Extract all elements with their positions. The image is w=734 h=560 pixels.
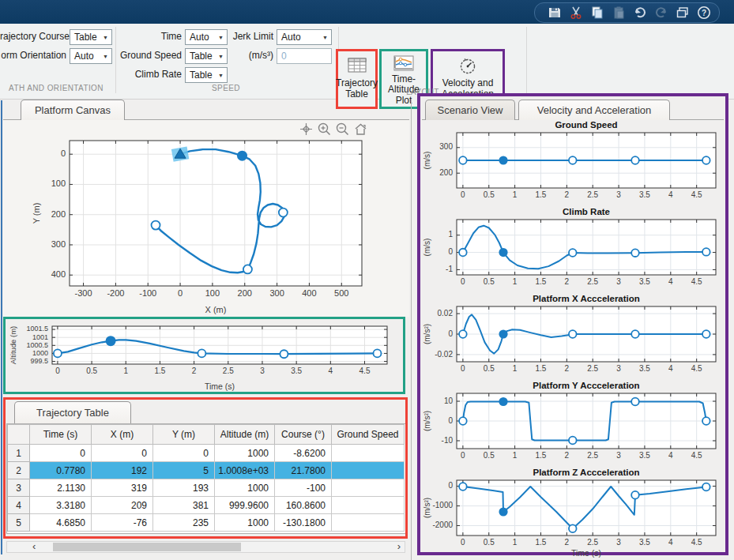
windows-layout-icon[interactable]: [676, 6, 690, 20]
svg-text:1.5: 1.5: [536, 451, 547, 460]
table-row[interactable]: 5 4.6850 -76 235 1000 -130.1800: [8, 514, 405, 532]
table-row-selected[interactable]: 2 0.7780 192 5 1.0008e+03 21.7800: [8, 462, 405, 479]
svg-text:2.5: 2.5: [587, 538, 598, 547]
scroll-right-arrow[interactable]: ›: [397, 540, 401, 552]
svg-text:4: 4: [668, 451, 673, 460]
svg-text:0: 0: [448, 247, 453, 256]
svg-text:10: 10: [444, 397, 454, 405]
zoom-out-icon[interactable]: [335, 122, 350, 137]
chevron-down-icon: ▼: [218, 35, 224, 40]
app-window: ? rajectory Course Table▼ orm Orientatio…: [0, 0, 734, 560]
chevron-down-icon: ▼: [218, 54, 224, 59]
svg-text:-1: -1: [446, 265, 453, 273]
trajectory-course-dropdown[interactable]: Table▼: [70, 29, 112, 45]
chevron-down-icon: ▼: [322, 35, 328, 40]
quick-access-toolbar: ?: [534, 2, 720, 23]
svg-text:4: 4: [668, 364, 673, 373]
speed-section-label: SPEED: [119, 84, 333, 92]
header-time[interactable]: Time (s): [30, 425, 92, 445]
platform-canvas-chart[interactable]: -300-200-1000100200300400500010020030040…: [6, 120, 407, 318]
restore-view-icon[interactable]: [299, 122, 314, 137]
svg-text:1: 1: [513, 190, 518, 199]
jerk-limit-input[interactable]: 0: [277, 48, 332, 64]
svg-text:2: 2: [565, 451, 570, 460]
scroll-left-arrow[interactable]: ‹: [32, 540, 36, 552]
table-row[interactable]: 4 3.3180 209 381 999.9600 160.8600: [8, 497, 405, 514]
svg-text:(m/s²): (m/s²): [423, 324, 431, 344]
svg-text:1: 1: [123, 366, 128, 375]
panel-splitter[interactable]: [411, 99, 412, 560]
svg-text:(m/s): (m/s): [423, 152, 431, 170]
svg-text:0.5: 0.5: [86, 366, 97, 375]
table-row[interactable]: 1 0 0 0 1000 -8.6200: [8, 445, 405, 462]
tab-scenario-view-label: Scenario View: [438, 104, 503, 116]
svg-text:Ground Speed: Ground Speed: [555, 120, 617, 130]
svg-text:2: 2: [565, 190, 570, 199]
time-dropdown[interactable]: Auto▼: [185, 29, 228, 45]
tab-trajectory-table[interactable]: Trajectory Table: [14, 401, 131, 423]
chevron-down-icon: ▼: [103, 54, 108, 59]
svg-text:1000.5: 1000.5: [26, 341, 48, 349]
tab-velocity-acceleration[interactable]: Velocity and Acceleration: [518, 100, 670, 120]
svg-text:4.5: 4.5: [691, 538, 702, 547]
cut-icon[interactable]: [569, 6, 583, 20]
svg-text:3: 3: [616, 277, 621, 286]
svg-text:1.5: 1.5: [536, 277, 547, 286]
copy-icon[interactable]: [590, 6, 604, 20]
svg-text:2: 2: [565, 277, 570, 286]
svg-text:3: 3: [616, 364, 621, 373]
time-altitude-chart[interactable]: 00.511.522.533.544.5999.510001000.510011…: [6, 320, 405, 393]
paste-icon[interactable]: [612, 6, 626, 20]
svg-text:0: 0: [61, 148, 66, 158]
scrollbar-thumb[interactable]: [53, 543, 241, 551]
svg-text:Platform Y Accceleration: Platform Y Accceleration: [533, 381, 639, 390]
svg-text:3.5: 3.5: [639, 451, 650, 460]
svg-text:4: 4: [668, 538, 673, 547]
ground-speed-dropdown[interactable]: Table▼: [185, 48, 228, 64]
table-row[interactable]: 3 2.1130 319 193 1000 -100: [8, 479, 405, 497]
platform-y-acceleration-chart[interactable]: 00.511.522.533.544.5-10010Platform Y Acc…: [422, 381, 724, 468]
header-ground-speed[interactable]: Ground Speed: [332, 425, 405, 445]
svg-text:-100: -100: [139, 288, 156, 298]
undo-icon[interactable]: [633, 6, 647, 20]
tab-platform-canvas[interactable]: Platform Canvas: [21, 100, 125, 120]
svg-text:1001: 1001: [32, 333, 48, 341]
titlebar: ?: [0, 0, 734, 24]
jerk-limit-dropdown[interactable]: Auto▼: [277, 29, 332, 45]
platform-x-acceleration-chart[interactable]: 00.511.522.533.544.5-0.0200.02Platform X…: [422, 294, 724, 381]
tab-scenario-view[interactable]: Scenario View: [425, 100, 515, 120]
ground-speed-chart[interactable]: 00.511.522.533.544.5200300Ground Speed(m…: [422, 120, 724, 207]
zoom-in-icon[interactable]: [317, 122, 332, 137]
header-course[interactable]: Course (°): [275, 425, 332, 445]
svg-text:4.5: 4.5: [691, 277, 702, 286]
svg-text:4: 4: [668, 190, 673, 199]
home-icon[interactable]: [353, 122, 368, 137]
trajectory-table: Time (s) X (m) Y (m) Altitude (m) Course…: [7, 424, 405, 532]
ground-speed-label: Ground Speed: [119, 50, 182, 61]
svg-text:2.5: 2.5: [587, 277, 598, 286]
svg-text:3: 3: [616, 451, 621, 460]
svg-text:1000: 1000: [32, 349, 48, 357]
trajectory-table-button[interactable]: Trajectory Table: [336, 49, 378, 109]
horizontal-scrollbar[interactable]: ‹ ›: [6, 541, 405, 553]
climb-rate-chart[interactable]: 00.511.522.533.544.5-101Climb Rate(m/s): [422, 207, 724, 294]
svg-text:X (m): X (m): [205, 305, 227, 314]
header-altitude[interactable]: Altitude (m): [215, 425, 275, 445]
redo-icon[interactable]: [654, 6, 668, 20]
help-icon[interactable]: ?: [697, 6, 711, 20]
svg-text:2.5: 2.5: [223, 366, 234, 375]
gauge-icon: [458, 55, 477, 76]
header-y[interactable]: Y (m): [153, 425, 215, 445]
svg-text:3: 3: [616, 538, 621, 547]
tab-velocity-acceleration-label: Velocity and Acceleration: [537, 104, 652, 116]
header-x[interactable]: X (m): [92, 425, 153, 445]
svg-text:1: 1: [513, 277, 518, 286]
trajectory-table-container: Time (s) X (m) Y (m) Altitude (m) Course…: [6, 423, 407, 534]
svg-text:0: 0: [461, 538, 465, 547]
platform-orientation-label: orm Orientation: [0, 50, 66, 61]
platform-z-acceleration-chart[interactable]: 00.511.522.533.544.5-2000-10000Platform …: [422, 468, 724, 559]
platform-orientation-dropdown[interactable]: Auto▼: [70, 48, 112, 64]
svg-text:300: 300: [439, 142, 453, 151]
climb-rate-dropdown[interactable]: Table▼: [185, 67, 228, 83]
save-icon[interactable]: [548, 6, 562, 20]
